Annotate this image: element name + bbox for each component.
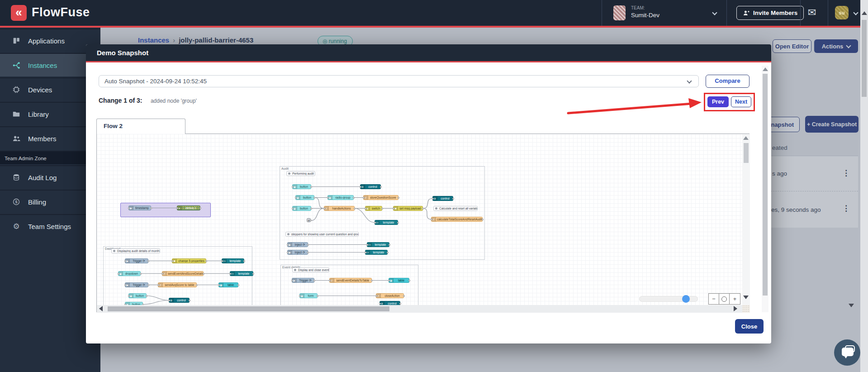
next-button[interactable]: Next	[731, 96, 751, 107]
applications-icon	[12, 36, 21, 45]
sidebar-item-audit-log[interactable]: Audit Log	[0, 165, 100, 189]
scroll-up-icon[interactable]	[862, 11, 867, 15]
scroll-down-icon[interactable]	[743, 296, 749, 299]
flow-node-sendeventdetailstotable: ƒsendEventDetailsToTable	[329, 278, 372, 283]
sidebar-item-members[interactable]: Members	[0, 126, 100, 150]
flow-node-steppers-for-showing-user-current-question-and-group: steppers for showing user current questi…	[285, 232, 359, 237]
sidebar-item-label: Billing	[28, 198, 46, 206]
sidebar-item-instances[interactable]: Instances	[0, 53, 100, 76]
flow-node-control: ⚙control	[432, 196, 453, 201]
flow-node-table: ▦table	[389, 278, 409, 283]
flow-node-template: <>template	[375, 220, 398, 225]
snapshot-select-value: Auto Snapshot - 2024-09-24 10:52:45	[104, 78, 207, 85]
flow-node-template: <>template	[230, 271, 253, 276]
flow-node-performing-audit: Performing audit	[286, 171, 315, 176]
demo-snapshot-modal: Demo Snapshot Auto Snapshot - 2024-09-24…	[86, 44, 771, 343]
library-icon	[12, 110, 21, 119]
flow-node-radio-group: ◉radio-group	[327, 195, 354, 200]
flow-node-template: <>template	[365, 250, 388, 255]
canvas-vscroll-thumb[interactable]	[744, 143, 749, 163]
navbar-divider	[828, 0, 828, 26]
modal-title: Demo Snapshot	[86, 44, 771, 62]
flow-node-change-5-properties: ✱change 5 properties	[172, 258, 206, 263]
team-switcher-chevron-icon[interactable]	[712, 10, 717, 15]
modal-scroll-thumb[interactable]	[763, 74, 768, 296]
sidebar-item-label: Team Settings	[28, 223, 71, 230]
flow-node-closeaction: ƒcloseAction	[376, 293, 404, 298]
navbar-divider	[800, 0, 801, 26]
canvas-zoom-slider-thumb[interactable]	[682, 295, 690, 303]
flow-node-link: ⇄	[307, 218, 311, 222]
flow-node-displaying-audit-details-of-month: Displaying audit details of month	[111, 248, 160, 253]
billing-icon: $	[12, 197, 21, 206]
scroll-down-icon[interactable]	[849, 304, 854, 307]
sidebar-item-team-settings[interactable]: ⚙Team Settings	[0, 214, 100, 238]
accent-divider	[0, 26, 868, 28]
chat-widget-button[interactable]	[834, 339, 860, 366]
scroll-up-icon[interactable]	[743, 136, 749, 140]
zoom-reset-icon	[721, 296, 727, 302]
flow-node-debug-1: ≡debug 1	[177, 205, 200, 210]
zoom-out-button[interactable]: −	[709, 294, 719, 304]
canvas-horizontal-scrollbar[interactable]	[97, 305, 742, 313]
canvas-zoom-controls: − +	[708, 293, 740, 305]
flow-node-button: ◉button	[292, 206, 311, 211]
flow-node-template: <>template	[367, 242, 389, 247]
prev-button[interactable]: Prev	[707, 96, 729, 107]
sidebar-item-label: Applications	[28, 37, 65, 45]
sidebar-item-library[interactable]: Library	[0, 102, 100, 125]
sidebar-item-label: Devices	[28, 86, 52, 94]
flow-node-button: ◉button	[295, 195, 314, 200]
canvas-hscroll-thumb[interactable]	[108, 306, 389, 311]
flow-node-control: ⚙control	[360, 184, 381, 189]
flow-node-control: ⚙control	[379, 301, 400, 305]
flow-node-sendavgscore-to-table: ƒsendAvgScore to table	[158, 282, 197, 287]
flow-node-button: ◉button	[128, 293, 147, 298]
invite-members-label: Invite Members	[753, 10, 797, 16]
flow-node-switch: ≶switch	[365, 206, 382, 211]
flow-node-trigger-: ▶Trigger ⟳	[292, 278, 314, 283]
change-detail-label: added node 'group'	[144, 98, 197, 104]
flow-canvas[interactable]: − + AuditDashboardEvent details▶timestam…	[97, 134, 742, 305]
members-icon	[12, 134, 21, 143]
canvas-vertical-scrollbar[interactable]	[742, 134, 750, 305]
invite-members-button[interactable]: Invite Members	[736, 6, 804, 20]
instances-icon	[12, 61, 21, 70]
scroll-up-icon[interactable]	[763, 67, 768, 71]
modal-scrollbar[interactable]	[762, 66, 768, 312]
scroll-right-icon[interactable]	[734, 306, 737, 311]
zoom-in-button[interactable]: +	[730, 294, 740, 304]
flow-node-timestamp: ▶timestamp	[128, 205, 151, 210]
close-button[interactable]: Close	[735, 319, 764, 334]
sidebar-item-devices[interactable]: Devices	[0, 77, 100, 101]
flow-node-calculate-and-reset-all-variable: Calculate and reset all variable	[433, 206, 478, 211]
flow-node-template: <>template	[222, 258, 244, 263]
flow-group-label: Audit	[281, 167, 289, 170]
flow-node-calculatetotalscoreandresetaudit: ƒcalculateTotalScoreAndResetAudit	[431, 217, 483, 222]
compare-button[interactable]: Compare	[706, 75, 749, 88]
account-chevron-icon[interactable]	[853, 10, 858, 15]
navbar-divider	[602, 0, 602, 26]
page-scroll-thumb[interactable]	[862, 20, 867, 97]
user-avatar[interactable]: su	[835, 6, 849, 19]
audit-log-icon	[12, 173, 21, 182]
sidebar-item-applications[interactable]: Applications	[0, 29, 100, 52]
flow-node-form: ◉form	[299, 293, 318, 298]
sidebar-item-label: Instances	[28, 62, 57, 69]
sidebar-item-billing[interactable]: $Billing	[0, 190, 100, 213]
change-indicator: Change 1 of 3: added node 'group'	[99, 95, 197, 105]
sidebar: ApplicationsInstancesDevicesLibraryMembe…	[0, 28, 100, 372]
flow-node-inject-: ▶Inject ⟳	[287, 242, 308, 247]
flowfuse-logo-icon[interactable]: «	[11, 5, 27, 21]
zoom-reset-button[interactable]	[719, 294, 730, 304]
page-scrollbar[interactable]	[860, 0, 868, 372]
flow-node-sendeventandscoredetails: ƒsendEventAndScoreDetails	[162, 271, 204, 276]
flow-node-button: ◉button	[125, 302, 143, 305]
scroll-left-icon[interactable]	[99, 306, 103, 311]
flow-node-trigger-: ▶Trigger ⟳	[125, 258, 148, 263]
flow-node-storequestionscore: ƒstoreQuestionScore	[363, 195, 398, 200]
snapshot-select[interactable]: Auto Snapshot - 2024-09-24 10:52:45	[99, 75, 699, 87]
mail-icon[interactable]: ✉	[808, 7, 816, 19]
top-navbar: « FlowFuse TEAM: Sumit-Dev Invite Member…	[0, 0, 868, 26]
tab-flow-2[interactable]: Flow 2	[96, 119, 185, 134]
